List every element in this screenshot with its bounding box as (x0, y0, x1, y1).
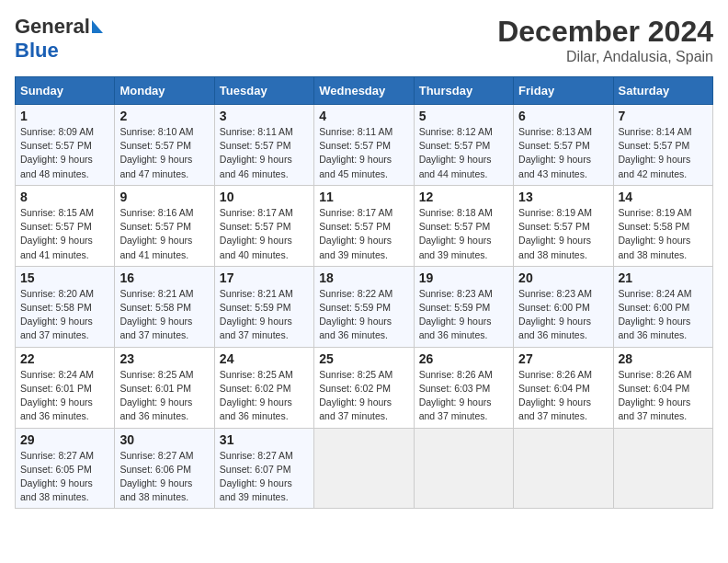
day-number: 31 (220, 432, 309, 447)
calendar-cell (314, 428, 414, 509)
calendar-cell: 6Sunrise: 8:13 AMSunset: 5:57 PMDaylight… (514, 105, 613, 186)
calendar-cell: 9Sunrise: 8:16 AMSunset: 5:57 PMDaylight… (115, 185, 214, 266)
day-info: Sunrise: 8:11 AMSunset: 5:57 PMDaylight:… (220, 126, 293, 179)
calendar-cell: 20Sunrise: 8:23 AMSunset: 6:00 PMDayligh… (514, 266, 613, 347)
day-number: 9 (119, 190, 209, 204)
day-info: Sunrise: 8:19 AMSunset: 5:58 PMDaylight:… (619, 207, 692, 260)
calendar-cell: 10Sunrise: 8:17 AMSunset: 5:57 PMDayligh… (214, 185, 313, 266)
calendar-cell: 7Sunrise: 8:14 AMSunset: 5:57 PMDaylight… (613, 105, 712, 186)
day-number: 28 (619, 351, 708, 366)
calendar-cell (613, 428, 712, 509)
day-info: Sunrise: 8:16 AMSunset: 5:57 PMDaylight:… (119, 207, 193, 260)
day-info: Sunrise: 8:20 AMSunset: 5:58 PMDaylight:… (20, 288, 94, 341)
calendar-cell: 11Sunrise: 8:17 AMSunset: 5:57 PMDayligh… (314, 185, 414, 266)
column-header-saturday: Saturday (613, 77, 712, 105)
calendar-cell: 25Sunrise: 8:25 AMSunset: 6:02 PMDayligh… (314, 347, 414, 428)
calendar-body: 1Sunrise: 8:09 AMSunset: 5:57 PMDaylight… (16, 105, 713, 509)
header-row: SundayMondayTuesdayWednesdayThursdayFrid… (16, 77, 713, 105)
day-number: 4 (319, 109, 408, 123)
calendar-cell: 8Sunrise: 8:15 AMSunset: 5:57 PMDaylight… (16, 185, 115, 266)
day-number: 6 (518, 109, 608, 123)
calendar-cell: 24Sunrise: 8:25 AMSunset: 6:02 PMDayligh… (214, 347, 313, 428)
calendar-header: SundayMondayTuesdayWednesdayThursdayFrid… (16, 77, 713, 105)
day-info: Sunrise: 8:27 AMSunset: 6:07 PMDaylight:… (220, 450, 293, 503)
calendar-week-3: 15Sunrise: 8:20 AMSunset: 5:58 PMDayligh… (16, 266, 713, 347)
calendar-cell (514, 428, 613, 509)
day-number: 23 (119, 351, 209, 366)
day-number: 1 (20, 109, 109, 123)
calendar-cell: 22Sunrise: 8:24 AMSunset: 6:01 PMDayligh… (16, 347, 115, 428)
day-number: 27 (518, 351, 608, 366)
column-header-tuesday: Tuesday (214, 77, 313, 105)
day-info: Sunrise: 8:24 AMSunset: 6:00 PMDaylight:… (619, 288, 692, 341)
calendar-cell: 21Sunrise: 8:24 AMSunset: 6:00 PMDayligh… (613, 266, 712, 347)
day-number: 21 (619, 270, 708, 285)
calendar-cell: 16Sunrise: 8:21 AMSunset: 5:58 PMDayligh… (115, 266, 214, 347)
calendar-cell: 30Sunrise: 8:27 AMSunset: 6:06 PMDayligh… (115, 428, 214, 509)
day-number: 12 (419, 190, 508, 204)
day-info: Sunrise: 8:22 AMSunset: 5:59 PMDaylight:… (319, 288, 392, 341)
day-info: Sunrise: 8:24 AMSunset: 6:01 PMDaylight:… (20, 369, 94, 422)
calendar-cell: 17Sunrise: 8:21 AMSunset: 5:59 PMDayligh… (214, 266, 313, 347)
day-number: 8 (20, 190, 109, 204)
column-header-sunday: Sunday (16, 77, 115, 105)
calendar-week-5: 29Sunrise: 8:27 AMSunset: 6:05 PMDayligh… (16, 428, 713, 509)
day-info: Sunrise: 8:23 AMSunset: 6:00 PMDaylight:… (518, 288, 592, 341)
day-number: 13 (518, 190, 608, 204)
day-number: 20 (518, 270, 608, 285)
day-number: 5 (419, 109, 508, 123)
calendar-week-1: 1Sunrise: 8:09 AMSunset: 5:57 PMDaylight… (16, 105, 713, 186)
calendar-week-2: 8Sunrise: 8:15 AMSunset: 5:57 PMDaylight… (16, 185, 713, 266)
calendar-cell: 13Sunrise: 8:19 AMSunset: 5:57 PMDayligh… (514, 185, 613, 266)
day-info: Sunrise: 8:26 AMSunset: 6:04 PMDaylight:… (619, 369, 692, 422)
day-number: 29 (20, 432, 109, 447)
day-info: Sunrise: 8:17 AMSunset: 5:57 PMDaylight:… (319, 207, 392, 260)
day-number: 19 (419, 270, 508, 285)
logo-blue: Blue (15, 39, 59, 62)
title-section: December 2024 Dilar, Andalusia, Spain (497, 15, 713, 65)
column-header-wednesday: Wednesday (314, 77, 414, 105)
column-header-friday: Friday (514, 77, 613, 105)
day-number: 11 (319, 190, 408, 204)
day-number: 24 (220, 351, 309, 366)
calendar-cell: 26Sunrise: 8:26 AMSunset: 6:03 PMDayligh… (414, 347, 513, 428)
day-info: Sunrise: 8:14 AMSunset: 5:57 PMDaylight:… (619, 126, 692, 179)
column-header-monday: Monday (115, 77, 214, 105)
calendar-cell: 15Sunrise: 8:20 AMSunset: 5:58 PMDayligh… (16, 266, 115, 347)
month-title: December 2024 (497, 15, 713, 49)
day-number: 18 (319, 270, 408, 285)
day-number: 2 (119, 109, 209, 123)
calendar-cell: 31Sunrise: 8:27 AMSunset: 6:07 PMDayligh… (214, 428, 313, 509)
page-header: General Blue December 2024 Dilar, Andalu… (15, 15, 713, 65)
calendar-cell: 5Sunrise: 8:12 AMSunset: 5:57 PMDaylight… (414, 105, 513, 186)
day-number: 14 (619, 190, 708, 204)
day-number: 22 (20, 351, 109, 366)
calendar-cell: 3Sunrise: 8:11 AMSunset: 5:57 PMDaylight… (214, 105, 313, 186)
day-info: Sunrise: 8:27 AMSunset: 6:05 PMDaylight:… (20, 450, 94, 503)
day-number: 26 (419, 351, 508, 366)
calendar-cell: 29Sunrise: 8:27 AMSunset: 6:05 PMDayligh… (16, 428, 115, 509)
day-info: Sunrise: 8:15 AMSunset: 5:57 PMDaylight:… (20, 207, 94, 260)
day-info: Sunrise: 8:25 AMSunset: 6:02 PMDaylight:… (220, 369, 293, 422)
day-info: Sunrise: 8:25 AMSunset: 6:02 PMDaylight:… (319, 369, 392, 422)
calendar-cell: 23Sunrise: 8:25 AMSunset: 6:01 PMDayligh… (115, 347, 214, 428)
day-number: 30 (119, 432, 209, 447)
calendar-week-4: 22Sunrise: 8:24 AMSunset: 6:01 PMDayligh… (16, 347, 713, 428)
location-title: Dilar, Andalusia, Spain (497, 49, 713, 65)
calendar-cell (414, 428, 513, 509)
calendar-cell: 1Sunrise: 8:09 AMSunset: 5:57 PMDaylight… (16, 105, 115, 186)
column-header-thursday: Thursday (414, 77, 513, 105)
day-info: Sunrise: 8:10 AMSunset: 5:57 PMDaylight:… (119, 126, 193, 179)
day-info: Sunrise: 8:11 AMSunset: 5:57 PMDaylight:… (319, 126, 392, 179)
day-number: 3 (220, 109, 309, 123)
day-info: Sunrise: 8:18 AMSunset: 5:57 PMDaylight:… (419, 207, 493, 260)
calendar-cell: 28Sunrise: 8:26 AMSunset: 6:04 PMDayligh… (613, 347, 712, 428)
day-number: 16 (119, 270, 209, 285)
calendar-cell: 27Sunrise: 8:26 AMSunset: 6:04 PMDayligh… (514, 347, 613, 428)
day-info: Sunrise: 8:12 AMSunset: 5:57 PMDaylight:… (419, 126, 493, 179)
day-number: 15 (20, 270, 109, 285)
calendar-cell: 4Sunrise: 8:11 AMSunset: 5:57 PMDaylight… (314, 105, 414, 186)
calendar-cell: 18Sunrise: 8:22 AMSunset: 5:59 PMDayligh… (314, 266, 414, 347)
day-number: 7 (619, 109, 708, 123)
day-number: 25 (319, 351, 408, 366)
